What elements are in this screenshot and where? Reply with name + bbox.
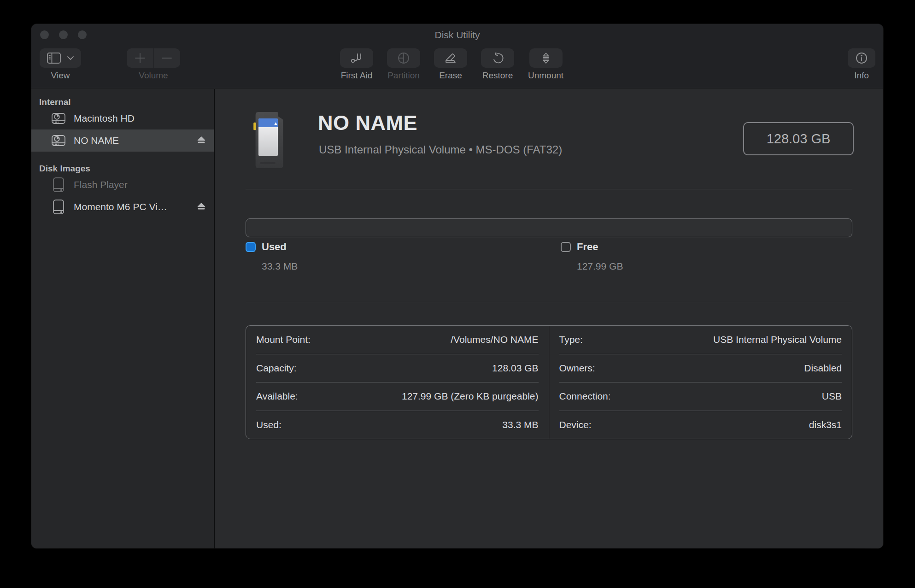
first-aid-control: First Aid [340, 48, 373, 81]
detail-row-mount-point: Mount Point: /Volumes/NO NAME [256, 326, 539, 354]
used-value: 33.3 MB [262, 261, 298, 272]
detail-row-available: Available: 127.99 GB (Zero KB purgeable) [256, 382, 539, 411]
unmount-control: Unmount [528, 48, 563, 81]
detail-value: Disabled [804, 363, 842, 374]
sidebar-item-flash-player[interactable]: Flash Player [31, 174, 214, 196]
restore-button[interactable] [481, 48, 514, 68]
details-left-column: Mount Point: /Volumes/NO NAME Capacity: … [246, 326, 549, 439]
sidebar-item-macintosh-hd[interactable]: Macintosh HD [31, 107, 214, 129]
sidebar-item-label: Flash Player [74, 179, 128, 190]
partition-pie-icon [397, 52, 410, 65]
detail-value: disk3s1 [809, 419, 842, 430]
eraser-icon [444, 52, 457, 65]
volume-subtitle: USB Internal Physical Volume • MS-DOS (F… [319, 143, 562, 156]
legend-used: Used 33.3 MB [246, 241, 298, 272]
sidebar-section-internal: Internal [31, 97, 214, 107]
unmount-icon [540, 52, 552, 65]
partition-control: Partition [387, 48, 420, 81]
sidebar-item-label: Momento M6 PC Vi… [74, 201, 167, 212]
detail-row-owners: Owners: Disabled [559, 354, 842, 382]
disk-image-icon [51, 199, 66, 215]
sidebar-item-momento-m6[interactable]: Momento M6 PC Vi… [31, 196, 214, 218]
detail-label: Mount Point: [256, 334, 311, 345]
legend-separator [246, 302, 852, 302]
info-button[interactable] [848, 48, 875, 68]
detail-row-type: Type: USB Internal Physical Volume [559, 326, 842, 354]
main-content: NO NAME USB Internal Physical Volume • M… [216, 89, 883, 548]
eject-icon[interactable] [196, 201, 207, 212]
usage-bar [246, 218, 852, 237]
erase-label: Erase [439, 71, 462, 81]
toolbar-center-group: First Aid Partition [340, 48, 563, 81]
info-control: Info [848, 48, 875, 81]
detail-row-capacity: Capacity: 128.03 GB [256, 354, 539, 382]
minus-icon [161, 52, 173, 64]
detail-label: Owners: [559, 363, 595, 374]
free-value: 127.99 GB [577, 261, 623, 272]
disk-image-icon [51, 177, 66, 193]
view-label: View [51, 71, 70, 81]
detail-value: 33.3 MB [502, 419, 538, 430]
unmount-button[interactable] [529, 48, 563, 68]
add-volume-button[interactable] [127, 48, 153, 68]
first-aid-label: First Aid [341, 71, 373, 81]
detail-label: Capacity: [256, 363, 297, 374]
detail-value: USB [822, 391, 842, 402]
header-separator [246, 189, 852, 189]
free-label: Free [577, 241, 598, 253]
details-right-column: Type: USB Internal Physical Volume Owner… [549, 326, 852, 439]
legend-free: Free 127.99 GB [561, 241, 623, 272]
detail-row-used: Used: 33.3 MB [256, 411, 539, 439]
detail-row-connection: Connection: USB [559, 382, 842, 411]
volume-title: NO NAME [318, 111, 417, 135]
disk-utility-window: Disk Utility View [31, 24, 883, 548]
sidebar-item-label: NO NAME [74, 135, 119, 146]
view-control: View [40, 48, 81, 81]
sidebar-section-disk-images: Disk Images [31, 164, 214, 174]
partition-label: Partition [387, 71, 420, 81]
detail-label: Type: [559, 334, 583, 345]
sidebar-item-label: Macintosh HD [74, 113, 135, 124]
detail-label: Connection: [559, 391, 611, 402]
sidebar-layout-icon [47, 52, 61, 64]
restore-control: Restore [481, 48, 514, 81]
partition-button[interactable] [387, 48, 420, 68]
free-swatch [561, 242, 571, 252]
detail-label: Device: [559, 419, 592, 430]
restore-label: Restore [482, 71, 513, 81]
detail-label: Available: [256, 391, 298, 402]
internal-disk-icon [51, 111, 66, 126]
used-swatch [246, 242, 256, 252]
detail-value: /Volumes/NO NAME [451, 334, 538, 345]
used-label: Used [262, 241, 287, 253]
capacity-badge: 128.03 GB [743, 122, 854, 155]
sd-card-icon [252, 110, 291, 170]
volume-label: Volume [139, 71, 168, 81]
view-button[interactable] [40, 48, 81, 68]
sidebar: Internal Macintosh HD NO NAME [31, 89, 215, 548]
erase-button[interactable] [434, 48, 467, 68]
toolbar: Disk Utility View [31, 24, 883, 88]
stethoscope-icon [350, 52, 363, 65]
restore-arrow-icon [491, 52, 504, 65]
info-label: Info [854, 71, 869, 81]
erase-control: Erase [434, 48, 467, 81]
detail-value: 127.99 GB (Zero KB purgeable) [402, 391, 539, 402]
detail-label: Used: [256, 419, 282, 430]
eject-icon[interactable] [196, 135, 207, 146]
volume-buttons [127, 48, 180, 68]
info-icon [855, 52, 868, 65]
internal-disk-icon [51, 133, 66, 148]
window-title: Disk Utility [31, 29, 883, 41]
plus-icon [134, 52, 146, 64]
remove-volume-button[interactable] [153, 48, 180, 68]
sidebar-item-no-name[interactable]: NO NAME [31, 129, 214, 152]
chevron-down-icon [67, 56, 74, 60]
volume-control: Volume [127, 48, 180, 81]
detail-value: 128.03 GB [492, 363, 538, 374]
unmount-label: Unmount [528, 71, 563, 81]
first-aid-button[interactable] [340, 48, 373, 68]
details-table: Mount Point: /Volumes/NO NAME Capacity: … [246, 325, 852, 439]
detail-value: USB Internal Physical Volume [713, 334, 842, 345]
detail-row-device: Device: disk3s1 [559, 411, 842, 439]
